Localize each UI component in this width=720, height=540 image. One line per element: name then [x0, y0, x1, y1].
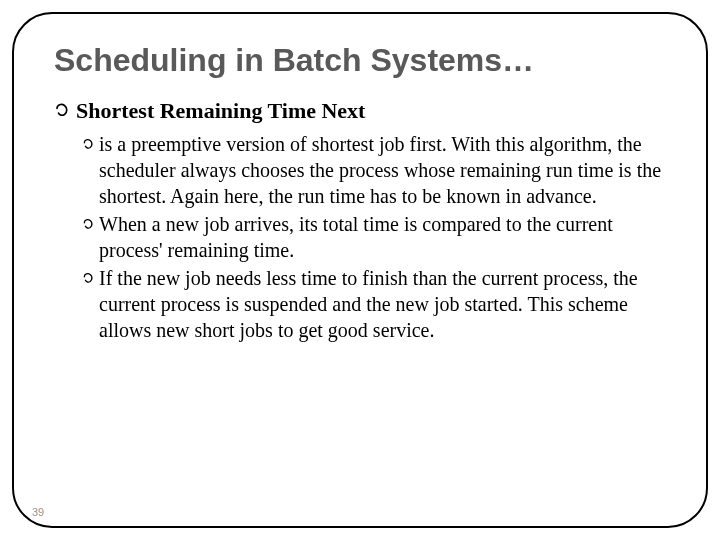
slide-title: Scheduling in Batch Systems… — [54, 42, 666, 79]
list-item-text: When a new job arrives, its total time i… — [99, 211, 666, 263]
subheading-row: Shortest Remaining Time Next — [54, 97, 666, 125]
bullet-curl-icon — [82, 271, 96, 289]
list-item: is a preemptive version of shortest job … — [82, 131, 666, 209]
bullet-curl-icon — [82, 217, 96, 235]
slide-frame: Scheduling in Batch Systems… Shortest Re… — [12, 12, 708, 528]
list-item: When a new job arrives, its total time i… — [82, 211, 666, 263]
slide-number: 39 — [32, 506, 44, 518]
list-item: If the new job needs less time to finish… — [82, 265, 666, 343]
bullet-curl-icon — [54, 101, 72, 123]
list-item-text: If the new job needs less time to finish… — [99, 265, 666, 343]
list-item-text: is a preemptive version of shortest job … — [99, 131, 666, 209]
bullet-curl-icon — [82, 137, 96, 155]
body-list: is a preemptive version of shortest job … — [54, 131, 666, 343]
subheading-text: Shortest Remaining Time Next — [76, 97, 365, 125]
